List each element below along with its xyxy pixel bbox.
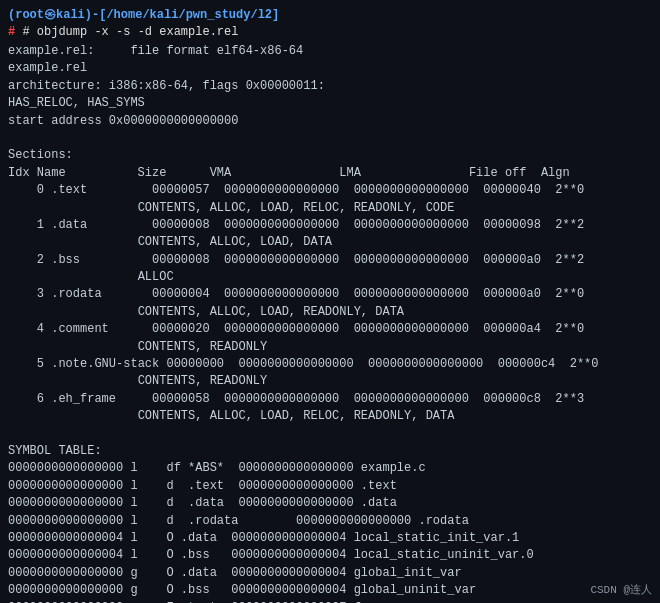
sym-3: 0000000000000000 l d .rodata 00000000000…	[8, 514, 469, 528]
flags-line: HAS_RELOC, HAS_SYMS	[8, 96, 145, 110]
section-comment-flags: CONTENTS, READONLY	[138, 340, 268, 354]
sym-2: 0000000000000000 l d .data 0000000000000…	[8, 496, 397, 510]
section-gnu-stack-flags: CONTENTS, READONLY	[138, 374, 268, 388]
section-text-flags: CONTENTS, ALLOC, LOAD, RELOC, READONLY, …	[138, 201, 455, 215]
sym-4: 0000000000000004 l O .data 0000000000000…	[8, 531, 519, 545]
symbol-table-header: SYMBOL TABLE:	[8, 444, 102, 458]
terminal-output: example.rel: file format elf64-x86-64 ex…	[8, 43, 652, 603]
section-eh-frame-line: 6 .eh_frame 00000058 0000000000000000 00…	[22, 392, 584, 406]
section-gnu-stack-line: 5 .note.GNU-stack 00000000 0000000000000…	[22, 357, 598, 371]
title-text: (root㉿kali)-[/home/kali/pwn_study/l2]	[8, 8, 279, 22]
section-bss-line: 2 .bss 00000008 0000000000000000 0000000…	[22, 253, 584, 267]
section-rodata-flags: CONTENTS, ALLOC, LOAD, READONLY, DATA	[138, 305, 404, 319]
sym-1: 0000000000000000 l d .text 0000000000000…	[8, 479, 397, 493]
sym-0: 0000000000000000 l df *ABS* 000000000000…	[8, 461, 426, 475]
section-comment-line: 4 .comment 00000020 0000000000000000 000…	[22, 322, 584, 336]
sym-5: 0000000000000004 l O .bss 00000000000000…	[8, 548, 534, 562]
sym-7: 0000000000000000 g O .bss 00000000000000…	[8, 583, 476, 597]
arch-line2: architecture: i386:x86-64, flags 0x00000…	[8, 79, 325, 93]
section-bss-flags: ALLOC	[138, 270, 174, 284]
section-text-line: 0 .text 00000057 0000000000000000 000000…	[22, 183, 584, 197]
footer-note: CSDN @连人	[590, 582, 652, 597]
title-bar: (root㉿kali)-[/home/kali/pwn_study/l2]	[8, 6, 652, 23]
prompt-hash: #	[8, 25, 22, 39]
prompt-line: # # objdump -x -s -d example.rel	[8, 25, 652, 39]
terminal-window: (root㉿kali)-[/home/kali/pwn_study/l2] # …	[0, 0, 660, 603]
sym-6: 0000000000000000 g O .data 0000000000000…	[8, 566, 462, 580]
section-data-flags: CONTENTS, ALLOC, LOAD, DATA	[138, 235, 332, 249]
section-eh-frame-flags: CONTENTS, ALLOC, LOAD, RELOC, READONLY, …	[138, 409, 455, 423]
section-rodata-line: 3 .rodata 00000004 0000000000000000 0000…	[22, 287, 584, 301]
command-text: # objdump -x -s -d example.rel	[22, 25, 238, 39]
start-address: start address 0x0000000000000000	[8, 114, 238, 128]
sections-columns: Idx Name Size VMA LMA File off Algn	[8, 166, 570, 180]
file-format-line: example.rel: file format elf64-x86-64	[8, 44, 303, 58]
section-data-line: 1 .data 00000008 0000000000000000 000000…	[22, 218, 584, 232]
arch-line1: example.rel	[8, 61, 87, 75]
sections-header: Sections:	[8, 148, 73, 162]
